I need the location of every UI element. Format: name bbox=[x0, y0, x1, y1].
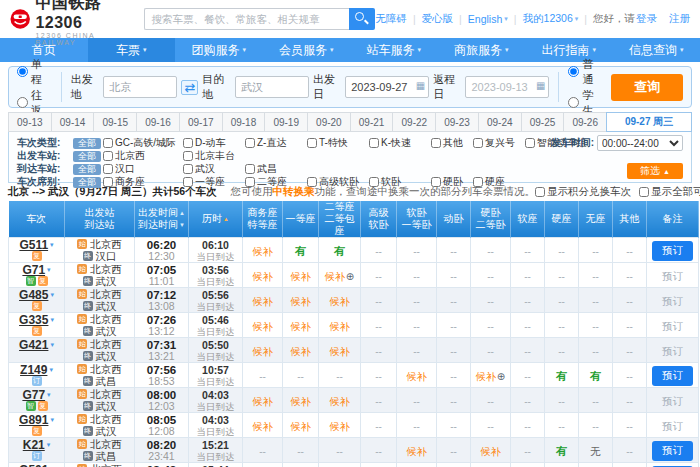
depart-date-input[interactable] bbox=[345, 76, 429, 98]
train-expand-icon[interactable]: ▾ bbox=[50, 339, 54, 351]
book-button-disabled[interactable]: 预订 bbox=[662, 270, 683, 282]
to-station-input[interactable] bbox=[235, 76, 309, 98]
seat-cell[interactable]: 候补 bbox=[319, 313, 361, 338]
nav-item-member-services[interactable]: 会员服务▾ bbox=[263, 38, 351, 62]
seat-cell[interactable]: 候补 bbox=[243, 413, 283, 438]
date-tab[interactable]: 09-26 bbox=[563, 112, 607, 132]
filter-checkbox-item[interactable]: T-特快 bbox=[307, 136, 369, 150]
toggle-all-bookable[interactable]: 显示全部可预订车次 bbox=[639, 185, 700, 199]
filter-checkbox[interactable] bbox=[431, 177, 441, 187]
normal-radio[interactable] bbox=[568, 66, 579, 77]
filter-checkbox-item[interactable]: 复兴号 bbox=[473, 136, 525, 150]
seat-cell[interactable]: 候补 bbox=[319, 338, 361, 363]
train-expand-icon[interactable]: ▾ bbox=[50, 414, 54, 426]
seat-cell[interactable]: 候补 bbox=[283, 388, 319, 413]
seat-cell[interactable]: 候补 bbox=[283, 338, 319, 363]
login-link[interactable]: 登录 bbox=[636, 12, 657, 26]
seat-cell[interactable]: 候补 bbox=[319, 388, 361, 413]
filter-button[interactable]: 筛选 ▲ bbox=[627, 163, 683, 179]
seat-cell[interactable]: 候补 bbox=[319, 463, 361, 467]
train-number-link[interactable]: G71 bbox=[22, 264, 45, 276]
seat-cell[interactable]: 候补⊕ bbox=[471, 363, 511, 388]
date-tab[interactable]: 09-20 bbox=[307, 112, 351, 132]
filter-all-badge[interactable]: 全部 bbox=[73, 151, 101, 162]
date-tab[interactable]: 09-17 bbox=[179, 112, 223, 132]
filter-checkbox[interactable] bbox=[369, 177, 379, 187]
filter-checkbox[interactable] bbox=[473, 177, 483, 187]
register-link[interactable]: 注册 bbox=[669, 12, 690, 26]
date-tab[interactable]: 09-21 bbox=[350, 112, 394, 132]
link-my12306[interactable]: 我的12306 bbox=[523, 12, 573, 26]
book-button-disabled[interactable]: 预订 bbox=[662, 320, 683, 332]
train-number-link[interactable]: Z149 bbox=[20, 364, 47, 376]
departure-time-select[interactable]: 00:00--24:00 bbox=[597, 135, 683, 151]
train-number-link[interactable]: G891 bbox=[19, 414, 48, 426]
query-button[interactable]: 查询 bbox=[611, 74, 683, 101]
radio-one-way[interactable]: 单程 bbox=[17, 57, 52, 87]
train-number-link[interactable]: G421 bbox=[19, 339, 48, 351]
link-care-version[interactable]: 爱心版 bbox=[422, 12, 454, 26]
filter-all-badge[interactable]: 全部 bbox=[73, 177, 101, 188]
radio-normal[interactable]: 普通 bbox=[568, 57, 603, 87]
nav-item-business-services[interactable]: 商旅服务▾ bbox=[438, 38, 526, 62]
filter-checkbox-item[interactable]: 商务座 bbox=[103, 175, 183, 189]
train-expand-icon[interactable]: ▾ bbox=[50, 314, 54, 326]
seat-cell[interactable]: 候补 bbox=[397, 438, 437, 463]
train-expand-icon[interactable]: ▾ bbox=[50, 464, 54, 467]
filter-checkbox[interactable] bbox=[103, 151, 113, 161]
book-button[interactable]: 预订 bbox=[652, 441, 693, 461]
train-expand-icon[interactable]: ▾ bbox=[47, 439, 51, 451]
filter-checkbox-item[interactable]: 北京西 bbox=[103, 149, 183, 163]
seat-cell[interactable]: 有 bbox=[545, 363, 579, 388]
filter-checkbox-item[interactable]: 其他 bbox=[431, 136, 473, 150]
all-bookable-checkbox[interactable] bbox=[639, 187, 649, 197]
seat-cell[interactable]: 候补 bbox=[319, 288, 361, 313]
swap-stations-icon[interactable]: ⇄ bbox=[181, 80, 198, 95]
seat-cell[interactable]: 有 bbox=[545, 438, 579, 463]
filter-all-badge[interactable]: 全部 bbox=[73, 138, 101, 149]
date-tab-selected[interactable]: 09-27 周三 bbox=[606, 112, 692, 132]
filter-checkbox[interactable] bbox=[307, 177, 317, 187]
filter-checkbox[interactable] bbox=[431, 138, 441, 148]
date-tab[interactable]: 09-22 bbox=[392, 112, 436, 132]
filter-checkbox-item[interactable]: 高级软卧 bbox=[307, 175, 369, 189]
train-expand-icon[interactable]: ▾ bbox=[50, 239, 54, 251]
date-tab[interactable]: 09-18 bbox=[222, 112, 266, 132]
filter-checkbox-item[interactable]: 二等座 bbox=[245, 175, 307, 189]
filter-checkbox[interactable] bbox=[103, 138, 113, 148]
site-search-input[interactable] bbox=[144, 8, 349, 30]
nav-item-tickets[interactable]: 车票▾ bbox=[88, 38, 176, 62]
book-button[interactable]: 预订 bbox=[652, 366, 693, 386]
book-button-disabled[interactable]: 预订 bbox=[662, 395, 683, 407]
seat-cell[interactable]: 有 bbox=[283, 238, 319, 263]
one-way-radio[interactable] bbox=[17, 66, 28, 77]
seat-cell[interactable]: 候补 bbox=[283, 463, 319, 467]
filter-checkbox-item[interactable]: 汉口 bbox=[103, 162, 183, 176]
column-header[interactable]: 出发时间▲到达时间▼ bbox=[135, 201, 189, 238]
filter-checkbox[interactable] bbox=[525, 138, 535, 148]
link-english[interactable]: English bbox=[468, 13, 502, 25]
nav-item-info-query[interactable]: 信息查询▾ bbox=[613, 38, 700, 62]
train-expand-icon[interactable]: ▾ bbox=[47, 389, 51, 401]
filter-checkbox[interactable] bbox=[245, 177, 255, 187]
filter-checkbox-item[interactable]: 软卧 bbox=[369, 175, 431, 189]
seat-cell[interactable]: 候补 bbox=[397, 363, 437, 388]
seat-cell[interactable]: 候补 bbox=[243, 288, 283, 313]
date-tab[interactable]: 09-24 bbox=[478, 112, 522, 132]
train-number-link[interactable]: G77 bbox=[22, 389, 45, 401]
filter-all-badge[interactable]: 全部 bbox=[73, 164, 101, 175]
filter-checkbox[interactable] bbox=[183, 164, 193, 174]
filter-checkbox[interactable] bbox=[103, 177, 113, 187]
book-button-disabled[interactable]: 预订 bbox=[662, 420, 683, 432]
date-tab[interactable]: 09-15 bbox=[93, 112, 137, 132]
column-header[interactable]: 历时▲ bbox=[189, 201, 243, 238]
seat-cell[interactable]: 候补 bbox=[243, 338, 283, 363]
from-station-input[interactable] bbox=[103, 76, 177, 98]
filter-checkbox-item[interactable]: Z-直达 bbox=[245, 136, 307, 150]
date-tab[interactable]: 09-23 bbox=[435, 112, 479, 132]
filter-checkbox[interactable] bbox=[245, 164, 255, 174]
train-number-link[interactable]: G511 bbox=[19, 239, 48, 251]
filter-checkbox-item[interactable]: K-快速 bbox=[369, 136, 431, 150]
train-expand-icon[interactable]: ▾ bbox=[49, 364, 53, 376]
train-number-link[interactable]: G485 bbox=[19, 289, 48, 301]
